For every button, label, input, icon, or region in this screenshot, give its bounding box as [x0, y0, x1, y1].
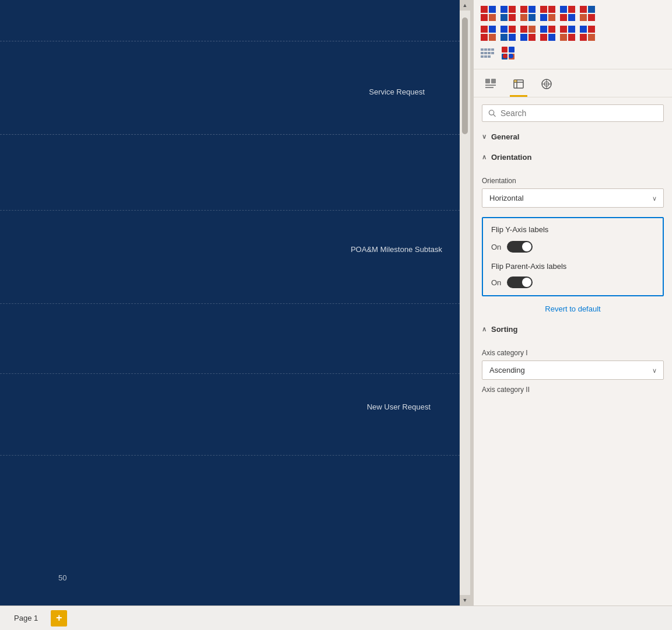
chart-scrollbar[interactable]: ▲ ▼ — [460, 0, 470, 606]
svg-rect-40 — [560, 26, 567, 33]
svg-rect-41 — [568, 26, 575, 33]
viz-icon-11[interactable] — [559, 24, 576, 42]
flip-y-toggle[interactable] — [507, 241, 533, 253]
svg-rect-4 — [501, 6, 508, 13]
chevron-general: ∨ — [482, 133, 487, 141]
scroll-up[interactable]: ▲ — [460, 0, 470, 10]
tab-fields[interactable] — [482, 73, 499, 97]
page-bar: Page 1 + — [0, 606, 672, 630]
flip-y-label: Flip Y-Axis labels — [491, 225, 654, 234]
svg-rect-6 — [501, 14, 508, 21]
svg-rect-14 — [540, 14, 547, 21]
svg-rect-9 — [528, 6, 536, 13]
svg-rect-30 — [501, 34, 508, 41]
viz-icon-2[interactable] — [499, 5, 517, 22]
svg-rect-48 — [481, 48, 484, 51]
svg-rect-0 — [481, 6, 488, 13]
viz-icon-7[interactable] — [480, 24, 497, 42]
label-new-user: New User Request — [367, 402, 430, 411]
orientation-dropdown-wrapper[interactable]: Horizontal Vertical — [482, 188, 664, 208]
viz-icon-8[interactable] — [499, 24, 517, 42]
axis-cat1-select[interactable]: Ascending Descending — [482, 360, 664, 380]
main-area: Service Request POA&M Milestone Subtask … — [0, 0, 672, 606]
label-poam: POA&M Milestone Subtask — [351, 245, 442, 254]
page-1-tab[interactable]: Page 1 — [6, 610, 46, 626]
svg-rect-39 — [548, 34, 555, 41]
tab-format[interactable] — [510, 73, 527, 97]
svg-rect-70 — [485, 87, 494, 88]
chart-panel: Service Request POA&M Milestone Subtask … — [0, 0, 470, 606]
viz-icon-3[interactable] — [519, 5, 537, 22]
svg-rect-5 — [509, 6, 516, 13]
svg-rect-21 — [588, 6, 595, 13]
svg-rect-53 — [484, 52, 487, 54]
viz-icon-4[interactable] — [539, 5, 556, 22]
right-panel: ∨ General ∧ Orientation Orientation Hori… — [474, 0, 672, 606]
axis-cat2-label: Axis category II — [482, 386, 664, 394]
section-general[interactable]: ∨ General — [474, 127, 672, 147]
flip-parent-label: Flip Parent-Axis labels — [491, 262, 654, 271]
viz-icon-6[interactable] — [579, 5, 596, 22]
scroll-thumb[interactable] — [462, 18, 468, 134]
svg-point-63 — [503, 48, 508, 52]
svg-rect-1 — [489, 6, 496, 13]
svg-rect-36 — [540, 26, 547, 33]
orientation-select[interactable]: Horizontal Vertical — [482, 188, 664, 208]
flip-parent-toggle[interactable] — [507, 276, 533, 288]
svg-rect-50 — [488, 48, 491, 51]
svg-rect-54 — [488, 52, 491, 54]
axis-cat1-dropdown-wrapper[interactable]: Ascending Descending — [482, 360, 664, 380]
svg-rect-7 — [509, 14, 516, 21]
svg-rect-18 — [560, 14, 567, 21]
svg-rect-29 — [509, 26, 516, 33]
viz-icon-grid[interactable] — [480, 44, 497, 62]
search-input[interactable] — [501, 108, 657, 118]
panel-scroll: ∨ General ∧ Orientation Orientation Hori… — [474, 127, 672, 606]
svg-rect-42 — [560, 34, 567, 41]
scroll-down[interactable]: ▼ — [460, 595, 470, 606]
svg-rect-38 — [540, 34, 547, 41]
svg-rect-44 — [580, 26, 587, 33]
section-orientation-label: Orientation — [491, 153, 531, 162]
section-orientation[interactable]: ∧ Orientation — [474, 147, 672, 167]
svg-rect-10 — [520, 14, 527, 21]
orientation-field-label: Orientation — [482, 177, 664, 185]
flip-parent-on-label: On — [491, 278, 501, 287]
add-page-button[interactable]: + — [51, 610, 67, 626]
viz-toolbar — [474, 0, 672, 69]
search-icon — [488, 109, 496, 117]
svg-rect-2 — [481, 14, 488, 21]
viz-icon-9[interactable] — [519, 24, 537, 42]
tab-analytics[interactable] — [538, 73, 555, 97]
flip-axis-box: Flip Y-Axis labels On ☞ Flip Parent-Axis… — [482, 217, 664, 296]
search-box[interactable] — [482, 104, 664, 122]
svg-rect-3 — [489, 14, 496, 21]
svg-rect-35 — [528, 34, 536, 41]
svg-rect-15 — [548, 14, 555, 21]
svg-rect-67 — [485, 79, 490, 83]
viz-icon-5[interactable] — [559, 5, 576, 22]
viz-icon-scatter[interactable] — [499, 44, 517, 62]
svg-rect-26 — [481, 34, 488, 41]
section-sorting-label: Sorting — [491, 325, 518, 334]
svg-rect-16 — [560, 6, 567, 13]
revert-button[interactable]: Revert to default — [474, 299, 672, 319]
svg-rect-68 — [491, 79, 496, 83]
svg-rect-22 — [580, 14, 587, 21]
section-sorting[interactable]: ∧ Sorting — [474, 319, 672, 340]
svg-rect-69 — [485, 85, 496, 86]
svg-rect-27 — [489, 34, 496, 41]
viz-icon-10[interactable] — [539, 24, 556, 42]
sorting-body: Axis category I Ascending Descending Axi… — [474, 340, 672, 404]
viz-icon-12[interactable] — [579, 24, 596, 42]
svg-rect-43 — [568, 34, 575, 41]
svg-rect-58 — [488, 55, 491, 58]
viz-icon-1[interactable] — [480, 5, 497, 22]
svg-rect-52 — [481, 52, 484, 54]
svg-rect-17 — [568, 6, 575, 13]
svg-rect-55 — [491, 52, 494, 54]
svg-line-80 — [494, 114, 495, 116]
svg-rect-20 — [580, 6, 587, 13]
svg-rect-56 — [481, 55, 484, 58]
viz-icons-row-3 — [480, 44, 666, 62]
